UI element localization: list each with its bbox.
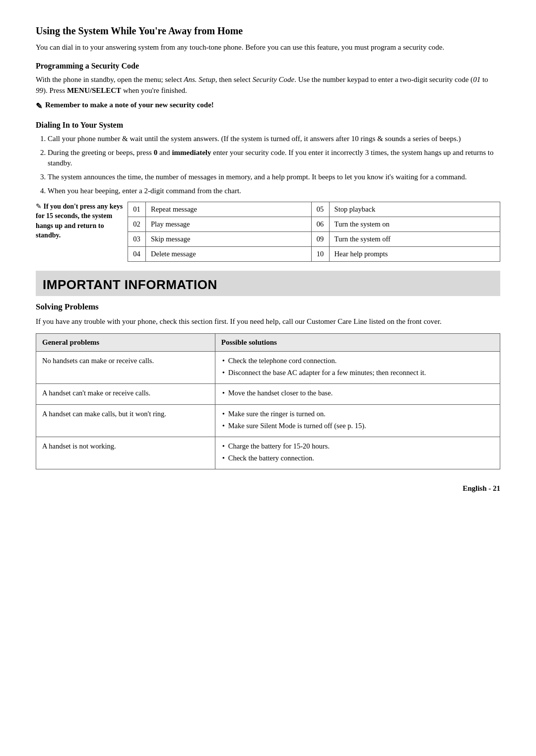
dialing-steps: Call your phone number & wait until the … bbox=[48, 134, 500, 197]
section1-intro: You can dial in to your answering system… bbox=[36, 42, 500, 53]
prog-italic2: Security Code bbox=[253, 76, 295, 83]
solution-list: Move the handset closer to the base. bbox=[221, 388, 494, 398]
table-row: A handset can make calls, but it won't r… bbox=[36, 404, 500, 437]
prog-text4: to bbox=[480, 76, 488, 83]
problems-table: General problems Possible solutions No h… bbox=[36, 333, 500, 469]
label-repeat: Repeat message bbox=[146, 202, 312, 217]
chart-note-icon: ✎ bbox=[36, 203, 44, 210]
table-row: 01 Repeat message 05 Stop playback bbox=[128, 202, 500, 217]
section1-title: Using the System While You're Away from … bbox=[36, 24, 500, 38]
label-skip: Skip message bbox=[146, 231, 312, 246]
important-section-header: IMPORTANT INFORMATION bbox=[36, 271, 500, 297]
table-row: 02 Play message 06 Turn the system on bbox=[128, 217, 500, 231]
problem-2: A handset can't make or receive calls. bbox=[36, 384, 215, 404]
prog-text1: With the phone in standby, open the menu… bbox=[36, 76, 184, 83]
remember-note: ✎ Remember to make a note of your new se… bbox=[36, 100, 500, 112]
col-solutions: Possible solutions bbox=[215, 333, 500, 352]
chart-container: ✎ If you don't press any keys for 15 sec… bbox=[36, 202, 500, 262]
programming-text: With the phone in standby, open the menu… bbox=[36, 75, 500, 96]
table-row: 03 Skip message 09 Turn the system off bbox=[128, 231, 500, 246]
col-general: General problems bbox=[36, 333, 215, 352]
prog-text6: when you're finished. bbox=[121, 86, 187, 94]
solution-1: Check the telephone cord connection. Dis… bbox=[215, 352, 500, 384]
page-number: English - 21 bbox=[36, 483, 500, 494]
step-1: Call your phone number & wait until the … bbox=[48, 134, 500, 145]
list-item: Check the battery connection. bbox=[221, 453, 494, 463]
prog-text5: ). Press bbox=[43, 86, 67, 94]
chart-note: ✎ If you don't press any keys for 15 sec… bbox=[36, 202, 128, 240]
list-item: Disconnect the base AC adapter for a few… bbox=[221, 368, 494, 378]
list-item: Make sure Silent Mode is turned off (see… bbox=[221, 421, 494, 431]
code-01: 01 bbox=[128, 202, 146, 217]
list-item: Move the handset closer to the base. bbox=[221, 388, 494, 398]
problem-3: A handset can make calls, but it won't r… bbox=[36, 404, 215, 437]
chart-note-text: If you don't press any keys for 15 secon… bbox=[36, 203, 123, 239]
problems-table-head: General problems Possible solutions bbox=[36, 333, 500, 352]
prog-italic1: Ans. Setup bbox=[184, 76, 215, 83]
solving-title: Solving Problems bbox=[36, 301, 500, 313]
remember-text: Remember to make a note of your new secu… bbox=[45, 100, 214, 111]
code-02: 02 bbox=[128, 217, 146, 231]
label-off: Turn the system off bbox=[329, 231, 500, 246]
code-06: 06 bbox=[311, 217, 329, 231]
label-play: Play message bbox=[146, 217, 312, 231]
solution-list: Check the telephone cord connection. Dis… bbox=[221, 356, 494, 378]
table-row: A handset can't make or receive calls. M… bbox=[36, 384, 500, 404]
dialing-title: Dialing In to Your System bbox=[36, 119, 500, 131]
step2-pre: During the greeting or beeps, press bbox=[48, 149, 154, 156]
code-10: 10 bbox=[311, 246, 329, 261]
code-05: 05 bbox=[311, 202, 329, 217]
list-item: Check the telephone cord connection. bbox=[221, 356, 494, 366]
table-row: No handsets can make or receive calls. C… bbox=[36, 352, 500, 384]
code-09: 09 bbox=[311, 231, 329, 246]
code-04: 04 bbox=[128, 246, 146, 261]
remember-icon: ✎ bbox=[36, 100, 42, 112]
table-header-row: General problems Possible solutions bbox=[36, 333, 500, 352]
prog-italic4: 99 bbox=[36, 86, 43, 94]
solution-4: Charge the battery for 15-20 hours. Chec… bbox=[215, 437, 500, 469]
problems-table-body: No handsets can make or receive calls. C… bbox=[36, 352, 500, 469]
programming-title: Programming a Security Code bbox=[36, 60, 500, 72]
command-table: 01 Repeat message 05 Stop playback 02 Pl… bbox=[128, 202, 500, 262]
problem-1: No handsets can make or receive calls. bbox=[36, 352, 215, 384]
label-delete: Delete message bbox=[146, 246, 312, 261]
table-row: 04 Delete message 10 Hear help prompts bbox=[128, 246, 500, 261]
table-row: A handset is not working. Charge the bat… bbox=[36, 437, 500, 469]
solution-list: Charge the battery for 15-20 hours. Chec… bbox=[221, 441, 494, 463]
solution-list: Make sure the ringer is turned on. Make … bbox=[221, 409, 494, 431]
step-2: During the greeting or beeps, press 0 an… bbox=[48, 148, 500, 169]
step-4: When you hear beeping, enter a 2-digit c… bbox=[48, 186, 500, 197]
solution-3: Make sure the ringer is turned on. Make … bbox=[215, 404, 500, 437]
step2-and: and bbox=[157, 149, 172, 156]
prog-italic3: 01 bbox=[473, 76, 480, 83]
label-help: Hear help prompts bbox=[329, 246, 500, 261]
code-03: 03 bbox=[128, 231, 146, 246]
command-table-body: 01 Repeat message 05 Stop playback 02 Pl… bbox=[128, 202, 500, 261]
prog-text2: , then select bbox=[215, 76, 253, 83]
label-stop: Stop playback bbox=[329, 202, 500, 217]
prog-bold1: MENU/SELECT bbox=[67, 86, 121, 94]
list-item: Make sure the ringer is turned on. bbox=[221, 409, 494, 419]
prog-text3: . Use the number keypad to enter a two-d… bbox=[294, 76, 473, 83]
list-item: Charge the battery for 15-20 hours. bbox=[221, 441, 494, 452]
problem-4: A handset is not working. bbox=[36, 437, 215, 469]
step-3: The system announces the time, the numbe… bbox=[48, 172, 500, 183]
important-title: IMPORTANT INFORMATION bbox=[43, 276, 493, 295]
step2-immediately: immediately bbox=[172, 149, 211, 156]
solution-2: Move the handset closer to the base. bbox=[215, 384, 500, 404]
label-on: Turn the system on bbox=[329, 217, 500, 231]
solving-intro: If you have any trouble with your phone,… bbox=[36, 316, 500, 327]
